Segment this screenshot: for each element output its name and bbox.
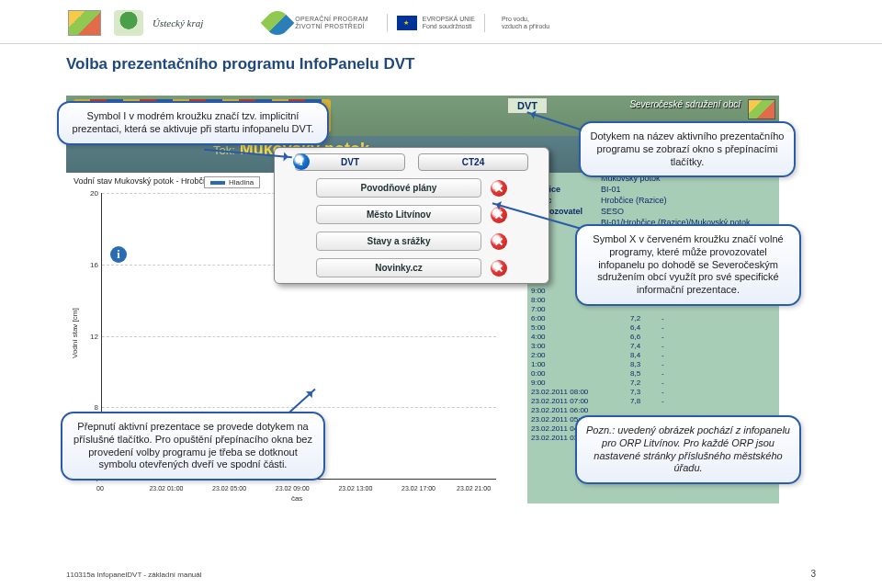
popup-item: Novinky.cz (316, 258, 507, 277)
table-row: 9:007,2- (531, 379, 779, 388)
kv-val: SESO (601, 206, 779, 217)
table-row: 4:006,6- (531, 333, 779, 342)
eu-line2: Fond soudržnosti (423, 23, 475, 30)
eu-block: EVROPSKÁ UNIEFond soudržnosti (387, 14, 485, 32)
callout-x-symbol: Symbol X v červeném kroužku značí volné … (575, 224, 801, 306)
table-row: 0:008,5- (531, 369, 779, 379)
table-row: 2:008,4- (531, 351, 779, 360)
table-row: 5:006,4- (531, 323, 779, 333)
program-button[interactable]: Novinky.cz (316, 258, 481, 277)
eu-line1: EVROPSKÁ UNIE (423, 16, 475, 23)
kraj-logo (110, 8, 147, 38)
close-x-icon[interactable] (491, 233, 507, 250)
table-row: 3:007,4- (531, 342, 779, 351)
tab-ct24-button[interactable]: CT24 (418, 153, 528, 171)
callout-implicit-symbol: Symbol I v modrém kroužku značí tzv. imp… (57, 101, 329, 145)
tab-dvt-button[interactable]: DVT (295, 153, 405, 171)
seso-logo-icon (748, 99, 775, 119)
op-program-block: OPERAČNÍ PROGRAMŽIVOTNÍ PROSTŘEDÍ (266, 11, 368, 35)
kraj-label: Ústecký kraj (153, 17, 203, 28)
xtick: 23.02 09:00 (276, 485, 310, 492)
xtick: 23.02 05:00 (212, 485, 246, 492)
seso-logo (66, 8, 103, 38)
xtick: 23.02 21:00 (457, 485, 491, 492)
page-number: 3 (810, 569, 816, 579)
callout-footnote: Pozn.: uvedený obrázek pochází z infopan… (575, 415, 801, 484)
callout-switch-exit: Přepnutí aktivní prezentace se provede d… (61, 412, 325, 481)
figure-canvas: DVT Severočeské sdružení obcí Tok: Mukov… (66, 96, 779, 481)
close-x-icon[interactable] (491, 180, 507, 197)
program-button[interactable]: Povodňové plány (316, 178, 481, 198)
document-header: Ústecký kraj OPERAČNÍ PROGRAMŽIVOTNÍ PRO… (0, 0, 882, 44)
popup-item: Město Litvínov (316, 205, 507, 224)
table-row: 7:00 (531, 305, 779, 314)
op-line2: ŽIVOTNÍ PROSTŘEDÍ (295, 23, 368, 30)
leaf-icon (261, 6, 295, 40)
xtick: 00 (96, 485, 104, 492)
program-switch-popup: I DVT CT24 Povodňové plányMěsto Litvínov… (274, 147, 549, 284)
table-row: 23.02.2011 06:00 (531, 406, 779, 415)
ytick: 16 (76, 261, 98, 269)
footer-text: 110315a InfopanelDVT - základní manuál (66, 571, 202, 579)
table-row: 1:008,3- (531, 360, 779, 369)
kv-val: Hrobčice (Razice) (601, 195, 779, 206)
implicit-i-icon[interactable]: I (293, 153, 310, 170)
chart-xlabel: čas (291, 494, 302, 503)
callout-title-tap: Dotykem na název aktivního prezentačního… (579, 121, 796, 177)
association-label: Severočeské sdružení obcí (629, 99, 741, 109)
xtick: 23.02 17:00 (401, 485, 435, 492)
program-button[interactable]: Stavy a srážky (316, 232, 481, 251)
close-x-icon[interactable] (491, 260, 507, 277)
ytick: 12 (76, 333, 98, 341)
xtick: 23.02 01:00 (149, 485, 183, 492)
program-button[interactable]: Město Litvínov (316, 205, 481, 224)
page-title: Volba prezentačního programu InfoPanelu … (0, 44, 882, 79)
slogan: Pro vodu,vzduch a přírodu (502, 16, 549, 29)
ytick: 8 (76, 403, 98, 412)
chart-legend: Hladina (204, 176, 260, 188)
popup-item: Stavy a srážky (316, 232, 507, 251)
kv-val: BI-01 (601, 184, 779, 195)
ytick: 20 (76, 189, 98, 198)
table-row: 23.02.2011 07:007,8- (531, 397, 779, 406)
table-row: 6:007,2- (531, 314, 779, 323)
eu-flag-icon (397, 16, 417, 30)
xtick: 23.02 13:00 (338, 485, 372, 492)
op-line1: OPERAČNÍ PROGRAM (295, 16, 368, 23)
popup-item: Povodňové plány (316, 178, 507, 198)
table-row: 23.02.2011 08:007,3- (531, 388, 779, 397)
